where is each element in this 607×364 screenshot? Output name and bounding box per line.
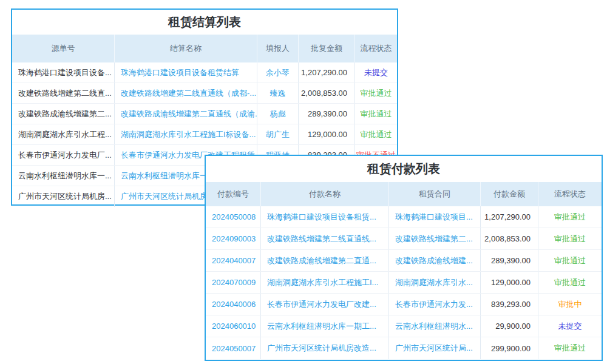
source-no-cell: 云南水利枢纽潜明水库一...: [12, 166, 115, 186]
settlement-row: 改建铁路成渝线增建第二... 改建铁路成渝线增建第二直通线（成渝... 杨彪 2…: [12, 104, 397, 124]
settlement-row: 珠海鹤港口建设项目设备... 珠海鹤港口建设项目设备租赁结算 余小琴 1,207…: [12, 62, 397, 83]
status-badge: 审批通过: [355, 104, 397, 124]
payment-row: 2024090003 改建铁路线增建第二线直通线... 改建铁路线增建第二...…: [206, 228, 602, 250]
status-badge: 未提交: [538, 315, 602, 337]
amount-cell: 129,000.00: [299, 124, 355, 144]
payment-no-link[interactable]: 2024040006: [206, 294, 261, 315]
source-no-cell: 长春市伊通河水力发电厂...: [12, 145, 115, 165]
source-no-cell: 珠海鹤港口建设项目设备...: [12, 62, 115, 83]
amount-cell: 1,207,290.00: [299, 62, 355, 83]
lease-contract-link[interactable]: 长春市伊通河水力发...: [389, 294, 481, 315]
payment-row: 2024040007 改建铁路成渝线增建第二直通... 改建铁路成渝线增建...…: [206, 250, 602, 272]
payment-no-link[interactable]: 2024050007: [206, 337, 261, 359]
payment-table-panel: 租赁付款列表 付款编号 付款名称 租赁合同 付款金额 流程状态 20240500…: [205, 155, 603, 361]
payment-name-link[interactable]: 长春市伊通河水力发电厂改建...: [261, 294, 389, 315]
settlement-table-title: 租赁结算列表: [12, 10, 397, 35]
payment-table-title: 租赁付款列表: [206, 156, 602, 182]
col-header-flow-status: 流程状态: [538, 182, 602, 206]
status-badge: 审批通过: [355, 124, 397, 144]
settlement-name-link[interactable]: 改建铁路线增建第二线直通线（成都-...: [115, 83, 257, 103]
payment-no-link[interactable]: 2024040007: [206, 250, 261, 271]
payment-row: 2024050007 广州市天河区统计局机房改造... 广州市天河区统计局...…: [206, 337, 602, 359]
status-badge: 审批通过: [538, 228, 602, 249]
payment-name-link[interactable]: 广州市天河区统计局机房改造...: [261, 337, 389, 359]
status-badge: 审批通过: [355, 83, 397, 103]
source-no-cell: 改建铁路线增建第二线直...: [12, 83, 115, 103]
settlement-row: 湖南洞庭湖水库引水工程... 湖南洞庭湖水库引水工程施工I标设备... 胡广生 …: [12, 124, 397, 145]
col-header-source-no: 源单号: [12, 35, 115, 62]
payment-no-link[interactable]: 2024070009: [206, 272, 261, 293]
settlement-name-link[interactable]: 改建铁路成渝线增建第二直通线（成渝...: [115, 104, 257, 124]
payment-no-link[interactable]: 2024060010: [206, 315, 261, 337]
status-badge: 审批通过: [538, 206, 602, 228]
settlement-row: 改建铁路线增建第二线直... 改建铁路线增建第二线直通线（成都-... 臻逸 2…: [12, 83, 397, 104]
filler-link[interactable]: 臻逸: [257, 83, 299, 103]
payment-row: 2024060010 云南水利枢纽潜明水库一期工... 云南水利枢纽潜明水...…: [206, 315, 602, 337]
col-header-filler: 填报人: [257, 35, 299, 62]
col-header-lease-contract: 租赁合同: [389, 182, 481, 206]
amount-cell: 289,390.00: [299, 104, 355, 124]
settlement-name-link[interactable]: 湖南洞庭湖水库引水工程施工I标设备...: [115, 124, 257, 144]
lease-contract-link[interactable]: 改建铁路成渝线增建...: [389, 250, 481, 271]
col-header-flow-status: 流程状态: [355, 35, 397, 62]
amount-cell: 29,900.00: [481, 315, 538, 337]
payment-row: 2024070009 湖南洞庭湖水库引水工程施工I... 湖南洞庭湖水库引水..…: [206, 272, 602, 294]
lease-contract-link[interactable]: 改建铁路线增建第二...: [389, 228, 481, 249]
payment-table-header: 付款编号 付款名称 租赁合同 付款金额 流程状态: [206, 182, 602, 206]
settlement-table-header: 源单号 结算名称 填报人 批复金额 流程状态: [12, 35, 397, 62]
status-badge: 审批中: [538, 294, 602, 315]
col-header-payment-name: 付款名称: [261, 182, 389, 206]
source-no-cell: 湖南洞庭湖水库引水工程...: [12, 124, 115, 144]
amount-cell: 129,000.00: [481, 272, 538, 293]
source-no-cell: 广州市天河区统计局机房...: [12, 186, 115, 207]
page-canvas: 租赁结算列表 源单号 结算名称 填报人 批复金额 流程状态 珠海鹤港口建设项目设…: [0, 0, 607, 364]
col-header-payment-no: 付款编号: [206, 182, 261, 206]
payment-name-link[interactable]: 改建铁路成渝线增建第二直通...: [261, 250, 389, 271]
amount-cell: 2,008,853.00: [481, 228, 538, 249]
col-header-settlement-name: 结算名称: [115, 35, 257, 62]
lease-contract-link[interactable]: 湖南洞庭湖水库引水...: [389, 272, 481, 293]
payment-name-link[interactable]: 云南水利枢纽潜明水库一期工...: [261, 315, 389, 337]
source-no-cell: 改建铁路成渝线增建第二...: [12, 104, 115, 124]
payment-name-link[interactable]: 改建铁路线增建第二线直通线...: [261, 228, 389, 249]
payment-row: 2024050008 珠海鹤港口建设项目设备租赁... 珠海鹤港口建设项目...…: [206, 206, 602, 228]
amount-cell: 2,008,853.00: [299, 83, 355, 103]
filler-link[interactable]: 余小琴: [257, 62, 299, 83]
col-header-payment-amount: 付款金额: [481, 182, 538, 206]
amount-cell: 299,900.00: [481, 337, 538, 359]
lease-contract-link[interactable]: 珠海鹤港口建设项目...: [389, 206, 481, 228]
status-badge: 审批通过: [538, 337, 602, 359]
payment-name-link[interactable]: 湖南洞庭湖水库引水工程施工I...: [261, 272, 389, 293]
lease-contract-link[interactable]: 广州市天河区统计局...: [389, 337, 481, 359]
settlement-name-link[interactable]: 珠海鹤港口建设项目设备租赁结算: [115, 62, 257, 83]
status-badge: 审批通过: [538, 272, 602, 293]
amount-cell: 839,293.00: [481, 294, 538, 315]
col-header-approved-amount: 批复金额: [299, 35, 355, 62]
status-badge: 未提交: [355, 62, 397, 83]
status-badge: 审批通过: [538, 250, 602, 271]
filler-link[interactable]: 杨彪: [257, 104, 299, 124]
payment-no-link[interactable]: 2024050008: [206, 206, 261, 228]
payment-name-link[interactable]: 珠海鹤港口建设项目设备租赁...: [261, 206, 389, 228]
amount-cell: 1,207,290.00: [481, 206, 538, 228]
filler-link[interactable]: 胡广生: [257, 124, 299, 144]
payment-row: 2024040006 长春市伊通河水力发电厂改建... 长春市伊通河水力发...…: [206, 294, 602, 315]
payment-no-link[interactable]: 2024090003: [206, 228, 261, 249]
amount-cell: 289,390.00: [481, 250, 538, 271]
lease-contract-link[interactable]: 云南水利枢纽潜明水...: [389, 315, 481, 337]
